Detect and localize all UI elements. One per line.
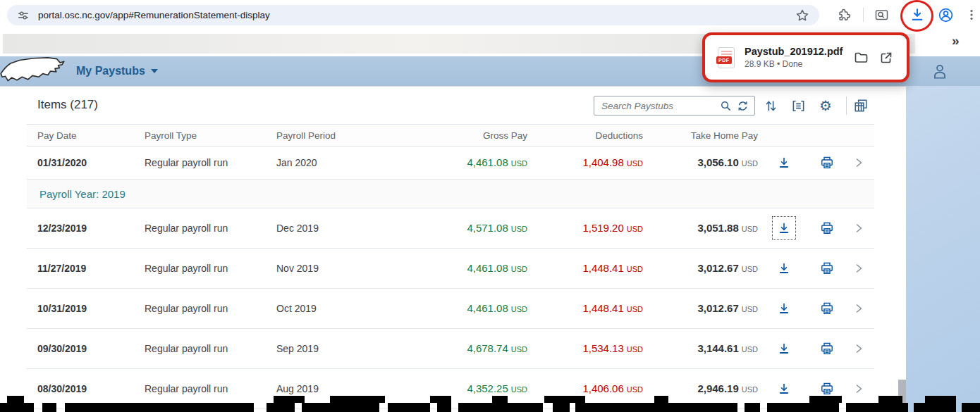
user-account-icon[interactable] xyxy=(931,62,949,83)
col-deductions: Deductions xyxy=(527,130,643,141)
show-in-folder-icon[interactable] xyxy=(852,49,870,67)
table-row[interactable]: 01/31/2020 Regular payroll run Jan 2020 … xyxy=(27,146,874,180)
browser-toolbar: portal.osc.nc.gov/app#RemunerationStatem… xyxy=(0,0,980,30)
take-home-pay-cell: 3,012.67USD xyxy=(643,302,758,315)
site-settings-icon[interactable] xyxy=(17,9,30,22)
deductions-cell: 1,448.41USD xyxy=(527,262,643,275)
row-print-button[interactable] xyxy=(816,218,838,239)
download-notification-popup[interactable]: PDF Paystub_201912.pdf 28.9 KB • Done xyxy=(702,32,909,82)
deductions-cell: 1,519.20USD xyxy=(527,222,643,235)
payroll-type-cell: Regular payroll run xyxy=(145,223,276,234)
deductions-cell: 1,448.41USD xyxy=(527,302,643,315)
table-row[interactable]: 12/23/2019 Regular payroll run Dec 2019 … xyxy=(27,208,874,249)
payroll-type-cell: Regular payroll run xyxy=(145,263,276,274)
scrollbar-thumb[interactable] xyxy=(898,380,906,409)
row-chevron-icon[interactable] xyxy=(844,304,874,313)
refresh-icon[interactable] xyxy=(737,100,749,112)
take-home-pay-cell: 2,946.19USD xyxy=(643,382,758,395)
row-print-button[interactable] xyxy=(816,298,838,319)
row-download-button[interactable] xyxy=(773,338,795,359)
payroll-period-cell: Sep 2019 xyxy=(276,343,410,354)
payroll-period-cell: Oct 2019 xyxy=(276,303,410,314)
take-home-pay-cell: 3,051.88USD xyxy=(643,222,758,235)
table-row[interactable]: 08/30/2019 Regular payroll run Aug 2019 … xyxy=(27,369,874,409)
search-icon[interactable] xyxy=(720,100,732,112)
table-toolbar: Items (217) xyxy=(0,87,906,124)
side-panel-search-icon[interactable] xyxy=(873,6,890,23)
payroll-period-cell: Aug 2019 xyxy=(276,383,410,394)
downloads-icon[interactable] xyxy=(909,6,926,23)
search-box[interactable] xyxy=(594,96,755,116)
gross-pay-cell: 4,461.08USD xyxy=(410,302,527,315)
table-row[interactable]: 10/31/2019 Regular payroll run Oct 2019 … xyxy=(27,289,874,329)
profile-icon[interactable] xyxy=(937,6,954,23)
pay-date-cell: 12/23/2019 xyxy=(37,223,145,234)
deductions-cell: 1,404.98USD xyxy=(527,156,643,169)
pay-date-cell: 10/31/2019 xyxy=(37,303,145,314)
bookmarks-overflow-chevron[interactable]: » xyxy=(952,33,960,49)
payroll-type-cell: Regular payroll run xyxy=(145,343,276,354)
gross-pay-cell: 4,461.08USD xyxy=(410,156,527,169)
view-settings-icon[interactable] xyxy=(789,96,807,115)
row-chevron-icon[interactable] xyxy=(844,158,874,168)
row-download-button[interactable] xyxy=(773,298,795,319)
table-header-row: Pay Date Payroll Type Payroll Period Gro… xyxy=(27,125,874,146)
payroll-type-cell: Regular payroll run xyxy=(145,303,276,314)
row-chevron-icon[interactable] xyxy=(844,223,874,233)
col-payroll-period: Payroll Period xyxy=(276,130,410,141)
nc-state-logo xyxy=(0,56,65,89)
table-row[interactable]: 11/27/2019 Regular payroll run Nov 2019 … xyxy=(27,249,874,289)
url-text: portal.osc.nc.gov/app#RemunerationStatem… xyxy=(38,10,795,20)
group-label: Payroll Year: 2019 xyxy=(39,188,125,200)
screen: portal.osc.nc.gov/app#RemunerationStatem… xyxy=(0,0,980,412)
row-download-button[interactable] xyxy=(773,152,795,173)
row-chevron-icon[interactable] xyxy=(844,263,874,273)
payroll-period-cell: Nov 2019 xyxy=(276,263,410,274)
gross-pay-cell: 4,461.08USD xyxy=(410,262,527,275)
table-row[interactable]: 09/30/2019 Regular payroll run Sep 2019 … xyxy=(27,329,874,369)
deductions-cell: 1,406.06USD xyxy=(527,382,643,395)
download-filename[interactable]: Paystub_201912.pdf xyxy=(745,46,845,57)
take-home-pay-cell: 3,144.61USD xyxy=(643,342,758,355)
row-download-button[interactable] xyxy=(773,378,795,399)
toolbar-separator xyxy=(846,96,847,115)
row-download-button[interactable] xyxy=(773,258,795,279)
gear-icon[interactable]: ⚙ xyxy=(816,96,835,115)
col-pay-date: Pay Date xyxy=(37,130,145,141)
group-header-row: Payroll Year: 2019 xyxy=(27,180,874,208)
pdf-file-icon: PDF xyxy=(718,47,735,68)
row-download-button[interactable] xyxy=(773,218,795,239)
bookmark-star-icon[interactable] xyxy=(795,8,809,23)
payroll-period-cell: Dec 2019 xyxy=(276,223,410,234)
items-count-title: Items (217) xyxy=(37,98,98,112)
paystubs-table-card: Items (217) xyxy=(0,86,906,412)
pay-date-cell: 09/30/2019 xyxy=(37,343,145,354)
payroll-type-cell: Regular payroll run xyxy=(145,383,276,394)
row-print-button[interactable] xyxy=(816,258,838,279)
col-take-home-pay: Take Home Pay xyxy=(643,130,758,141)
row-print-button[interactable] xyxy=(816,378,838,399)
pay-date-cell: 11/27/2019 xyxy=(37,263,145,274)
open-external-icon[interactable] xyxy=(877,49,895,67)
sort-icon[interactable] xyxy=(761,96,780,115)
payroll-type-cell: Regular payroll run xyxy=(145,157,276,168)
toolbar-divider xyxy=(863,8,864,22)
extensions-icon[interactable] xyxy=(835,6,852,23)
chevron-down-icon xyxy=(151,69,158,73)
col-gross-pay: Gross Pay xyxy=(410,130,527,141)
search-input[interactable] xyxy=(601,101,715,111)
take-home-pay-cell: 3,056.10USD xyxy=(643,156,758,169)
kebab-menu-icon[interactable] xyxy=(963,6,980,23)
address-bar[interactable]: portal.osc.nc.gov/app#RemunerationStatem… xyxy=(7,5,819,25)
row-print-button[interactable] xyxy=(816,338,838,359)
row-chevron-icon[interactable] xyxy=(844,344,874,354)
pay-date-cell: 08/30/2019 xyxy=(37,383,145,394)
download-info[interactable]: Paystub_201912.pdf 28.9 KB • Done xyxy=(745,46,845,69)
app-title-menu[interactable]: My Paystubs xyxy=(76,56,158,86)
export-table-icon[interactable] xyxy=(852,96,870,115)
row-print-button[interactable] xyxy=(816,152,838,173)
deductions-cell: 1,534.13USD xyxy=(527,342,643,355)
col-payroll-type: Payroll Type xyxy=(145,130,276,141)
download-status: 28.9 KB • Done xyxy=(745,59,845,69)
row-chevron-icon[interactable] xyxy=(844,384,874,394)
